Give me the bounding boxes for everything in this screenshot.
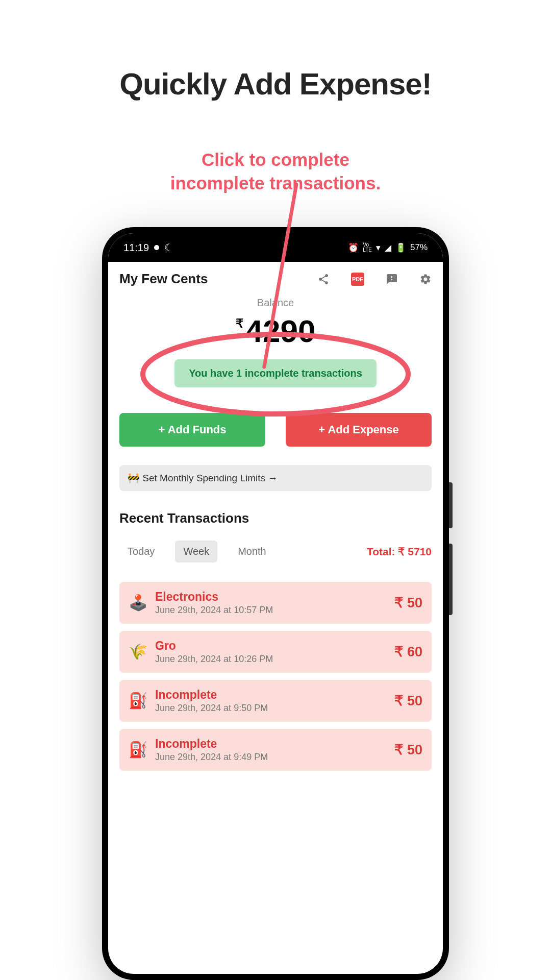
incomplete-transactions-chip[interactable]: You have 1 incomplete transactions <box>174 359 377 387</box>
phone-notch <box>270 236 281 248</box>
filter-month[interactable]: Month <box>230 541 274 562</box>
joystick-icon: 🕹️ <box>129 594 147 612</box>
fuel-pump-icon: ⛽ <box>129 692 147 710</box>
wifi-icon: ▾ <box>376 242 381 253</box>
transaction-amount: ₹ 60 <box>394 644 422 660</box>
fuel-pump-icon: ⛽ <box>129 741 147 759</box>
filter-row: Today Week Month Total: ₹ 5710 <box>108 526 443 562</box>
transaction-time: June 29th, 2024 at 9:50 PM <box>155 703 386 714</box>
add-funds-button[interactable]: + Add Funds <box>119 413 265 447</box>
action-buttons-row: + Add Funds + Add Expense <box>108 387 443 447</box>
grain-icon: 🌾 <box>129 643 147 661</box>
filter-week[interactable]: Week <box>175 541 217 562</box>
status-dot-icon <box>154 245 159 250</box>
signal-icon: ◢ <box>385 242 391 253</box>
feedback-icon[interactable] <box>386 273 398 285</box>
filter-total: Total: ₹ 5710 <box>367 546 432 558</box>
transaction-time: June 29th, 2024 at 10:26 PM <box>155 654 386 665</box>
transaction-time: June 29th, 2024 at 9:49 PM <box>155 752 386 763</box>
pdf-icon[interactable]: PDF <box>351 273 364 286</box>
phone-side-button <box>449 544 453 615</box>
transaction-title: Incomplete <box>155 737 386 751</box>
callout-line2: incomplete transactions. <box>170 173 381 193</box>
gear-icon[interactable] <box>419 273 432 285</box>
dnd-icon: ☾ <box>164 241 173 254</box>
transaction-item[interactable]: ⛽ Incomplete June 29th, 2024 at 9:49 PM … <box>119 729 432 771</box>
transaction-amount: ₹ 50 <box>394 595 422 611</box>
balance-value: 4290 <box>245 313 316 349</box>
transaction-title: Gro <box>155 639 386 653</box>
balance-amount: ₹4290 <box>119 313 432 349</box>
phone-frame: 11:19 ☾ ⏰ VoLTE ▾ ◢ 🔋 57% My Few Cents P… <box>102 227 449 980</box>
transaction-list: 🕹️ Electronics June 29th, 2024 at 10:57 … <box>108 562 443 771</box>
callout-line1: Click to complete <box>202 150 349 169</box>
transaction-title: Incomplete <box>155 688 386 702</box>
share-icon[interactable] <box>317 273 330 285</box>
transaction-amount: ₹ 50 <box>394 742 422 758</box>
currency-symbol: ₹ <box>236 316 243 330</box>
transaction-item[interactable]: ⛽ Incomplete June 29th, 2024 at 9:50 PM … <box>119 680 432 722</box>
set-limits-bar[interactable]: 🚧 Set Monthly Spending Limits → <box>119 465 432 491</box>
add-expense-button[interactable]: + Add Expense <box>286 413 432 447</box>
status-time: 11:19 <box>123 242 149 254</box>
app-title: My Few Cents <box>119 271 208 287</box>
transaction-time: June 29th, 2024 at 10:57 PM <box>155 605 386 616</box>
promo-callout: Click to complete incomplete transaction… <box>0 148 551 194</box>
transaction-item[interactable]: 🌾 Gro June 29th, 2024 at 10:26 PM ₹ 60 <box>119 631 432 673</box>
filter-today[interactable]: Today <box>119 541 163 562</box>
transaction-amount: ₹ 50 <box>394 693 422 709</box>
transaction-title: Electronics <box>155 590 386 604</box>
volte-icon: VoLTE <box>363 242 372 253</box>
recent-transactions-title: Recent Transactions <box>108 491 443 526</box>
alarm-icon: ⏰ <box>348 242 359 253</box>
promo-title: Quickly Add Expense! <box>0 66 551 102</box>
battery-percent: 57% <box>410 242 428 253</box>
transaction-item[interactable]: 🕹️ Electronics June 29th, 2024 at 10:57 … <box>119 582 432 624</box>
battery-icon: 🔋 <box>395 242 406 253</box>
phone-screen: 11:19 ☾ ⏰ VoLTE ▾ ◢ 🔋 57% My Few Cents P… <box>108 233 443 974</box>
